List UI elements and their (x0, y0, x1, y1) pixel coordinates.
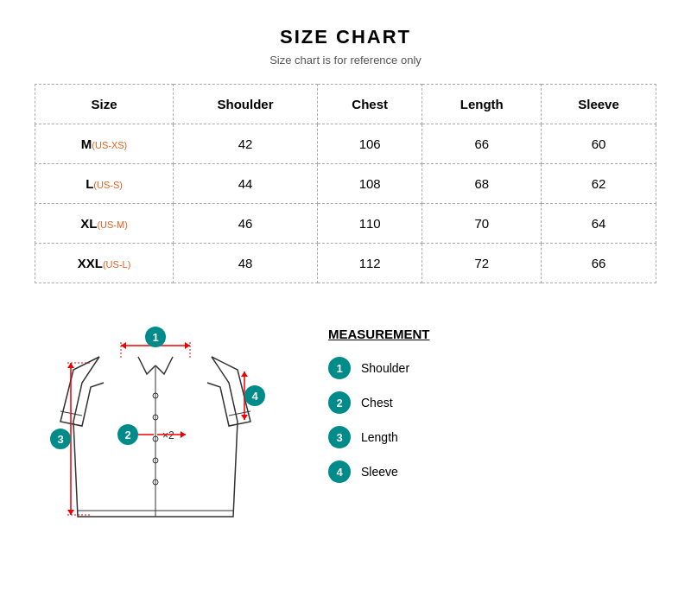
svg-marker-25 (67, 510, 74, 515)
shoulder-cell: 46 (174, 204, 318, 244)
table-header-size: Size (35, 85, 174, 124)
svg-marker-11 (185, 342, 190, 349)
legend-label-chest: Chest (361, 396, 393, 410)
sleeve-cell: 64 (542, 204, 656, 244)
chest-cell: 106 (317, 124, 422, 164)
legend-label-sleeve: Sleeve (361, 465, 398, 479)
chest-cell: 112 (317, 244, 422, 283)
table-header-length: Length (422, 85, 542, 124)
size-cell: XXL(US-L) (35, 244, 174, 283)
table-row: XL(US-M)461107064 (35, 204, 656, 244)
measurement-title: MEASUREMENT (328, 327, 656, 341)
legend-badge-2: 2 (328, 391, 351, 414)
size-cell: L(US-S) (35, 164, 174, 204)
shirt-diagram: 1 ×2 2 3 (35, 309, 276, 551)
sleeve-cell: 66 (542, 244, 656, 283)
table-row: M(US-XS)421066660 (35, 124, 656, 164)
legend-badge-4: 4 (328, 460, 351, 483)
shoulder-cell: 44 (174, 164, 318, 204)
table-row: L(US-S)441086862 (35, 164, 656, 204)
size-cell: M(US-XS) (35, 124, 174, 164)
chest-cell: 110 (317, 204, 422, 244)
svg-marker-31 (241, 372, 248, 377)
svg-marker-10 (121, 342, 126, 349)
page-title: SIZE CHART (35, 26, 656, 48)
legend-item-sleeve: 4Sleeve (328, 460, 656, 483)
shoulder-cell: 48 (174, 244, 318, 283)
measurement-legend: MEASUREMENT 1Shoulder2Chest3Length4Sleev… (294, 309, 656, 495)
subtitle: Size chart is for reference only (35, 54, 656, 67)
legend-item-chest: 2Chest (328, 391, 656, 414)
svg-text:×2: ×2 (162, 429, 174, 441)
length-cell: 66 (422, 124, 542, 164)
table-header-sleeve: Sleeve (542, 85, 656, 124)
shoulder-cell: 42 (174, 124, 318, 164)
sleeve-cell: 60 (542, 124, 656, 164)
legend-label-length: Length (361, 430, 398, 444)
length-cell: 70 (422, 204, 542, 244)
length-cell: 68 (422, 164, 542, 204)
size-chart-table: SizeShoulderChestLengthSleeve M(US-XS)42… (35, 84, 656, 283)
legend-item-shoulder: 1Shoulder (328, 357, 656, 379)
svg-text:3: 3 (57, 433, 63, 446)
legend-item-length: 3Length (328, 426, 656, 448)
table-row: XXL(US-L)481127266 (35, 244, 656, 283)
bottom-section: 1 ×2 2 3 (35, 309, 656, 551)
svg-text:1: 1 (152, 331, 158, 344)
table-header-chest: Chest (317, 85, 422, 124)
svg-marker-32 (241, 415, 248, 420)
table-header-shoulder: Shoulder (174, 85, 318, 124)
size-cell: XL(US-M) (35, 204, 174, 244)
legend-label-shoulder: Shoulder (361, 361, 409, 375)
length-cell: 72 (422, 244, 542, 283)
legend-badge-1: 1 (328, 357, 351, 379)
svg-text:2: 2 (124, 429, 130, 441)
sleeve-cell: 62 (542, 164, 656, 204)
svg-text:4: 4 (251, 390, 258, 403)
legend-badge-3: 3 (328, 426, 351, 448)
chest-cell: 108 (317, 164, 422, 204)
svg-marker-24 (67, 363, 74, 368)
